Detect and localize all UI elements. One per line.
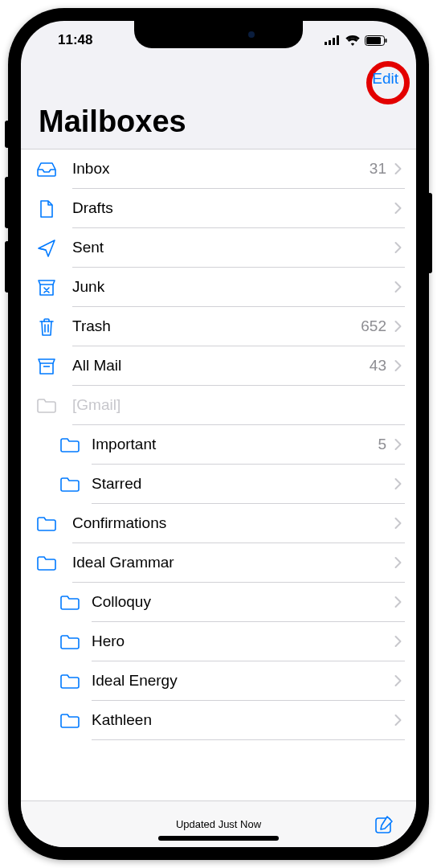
mailbox-count: 31 <box>370 160 386 178</box>
mailbox-row-content: Kathleen <box>92 701 405 740</box>
folder-icon <box>48 674 92 690</box>
chevron-right-icon <box>394 162 402 175</box>
wifi-icon <box>345 35 360 46</box>
mailbox-row-content: Starred <box>92 465 405 504</box>
mailbox-row-ideal-energy[interactable]: Ideal Energy <box>21 661 416 701</box>
folder-icon <box>48 477 92 493</box>
mailbox-row-confirmations[interactable]: Confirmations <box>21 504 416 543</box>
mailbox-row-content: Inbox31 <box>72 149 405 189</box>
mailbox-row-ideal-grammar[interactable]: Ideal Grammar <box>21 543 416 583</box>
mailbox-label: Starred <box>92 475 141 493</box>
chevron-right-icon <box>394 320 402 333</box>
mailbox-row-all-mail[interactable]: All Mail43 <box>21 346 416 386</box>
mailbox-label: Drafts <box>72 199 113 217</box>
chevron-right-icon <box>394 674 402 687</box>
mailbox-row-right <box>394 635 402 648</box>
drafts-icon <box>21 199 72 219</box>
edit-button[interactable]: Edit <box>372 70 398 88</box>
chevron-right-icon <box>394 438 402 451</box>
mailbox-label: Confirmations <box>72 514 166 532</box>
mailbox-label: Ideal Grammar <box>72 554 174 571</box>
mailbox-label: Inbox <box>72 160 109 178</box>
mailbox-row-junk[interactable]: Junk <box>21 268 416 307</box>
chevron-right-icon <box>394 596 402 608</box>
mailbox-label: Kathleen <box>92 711 152 729</box>
svg-rect-0 <box>325 42 327 45</box>
chevron-right-icon <box>394 241 402 254</box>
mailbox-count: 652 <box>361 317 386 335</box>
chevron-right-icon <box>394 635 402 648</box>
mailbox-row-starred[interactable]: Starred <box>21 465 416 504</box>
mailbox-label: Trash <box>72 317 111 335</box>
mailbox-row-content: Hero <box>92 622 405 661</box>
folder-icon <box>48 634 92 650</box>
mailbox-list: Inbox31DraftsSentJunkTrash652All Mail43[… <box>21 149 416 800</box>
mailbox-row-drafts[interactable]: Drafts <box>21 189 416 228</box>
chevron-right-icon <box>394 517 402 530</box>
mailbox-row-content: Colloquy <box>92 583 405 622</box>
mailbox-row-important[interactable]: Important5 <box>21 425 416 465</box>
folder-icon <box>48 437 92 453</box>
compose-button[interactable] <box>373 813 395 836</box>
mailbox-row-content: Confirmations <box>72 504 405 543</box>
chevron-right-icon <box>394 280 402 293</box>
mailbox-row-right: 5 <box>378 436 402 453</box>
mailbox-label: Important <box>92 436 156 453</box>
folder-icon <box>21 555 72 571</box>
mailbox-count: 43 <box>370 357 386 375</box>
updated-status: Updated Just Now <box>176 818 261 830</box>
mailbox-label: Sent <box>72 239 104 256</box>
chevron-right-icon <box>394 714 402 727</box>
mailbox-row-right <box>394 241 402 254</box>
folder-muted-icon <box>21 398 72 414</box>
mailbox-row-sent[interactable]: Sent <box>21 228 416 268</box>
svg-rect-5 <box>366 37 381 44</box>
phone-screen: 11:48 Edit Mailboxes Inbox31DraftsSentJu… <box>21 21 416 847</box>
notch <box>134 21 303 48</box>
svg-rect-1 <box>329 40 331 45</box>
mailbox-row-content: Trash652 <box>72 307 405 346</box>
mailbox-row-trash[interactable]: Trash652 <box>21 307 416 346</box>
mailbox-row-right <box>394 280 402 293</box>
folder-icon <box>48 595 92 611</box>
mailbox-row-hero[interactable]: Hero <box>21 622 416 661</box>
mailbox-row-content: [Gmail] <box>72 386 405 425</box>
mailbox-label: Ideal Energy <box>92 672 178 690</box>
chevron-right-icon <box>394 556 402 569</box>
mailbox-row-right: 652 <box>361 317 402 335</box>
chevron-right-icon <box>394 477 402 490</box>
mailbox-row-content: Important5 <box>92 425 405 465</box>
sent-icon <box>21 239 72 258</box>
chevron-right-icon <box>394 202 402 215</box>
allmail-icon <box>21 358 72 375</box>
mailbox-row-content: Drafts <box>72 189 405 228</box>
mailbox-row-kathleen[interactable]: Kathleen <box>21 701 416 740</box>
mailbox-label: [Gmail] <box>72 396 120 414</box>
junk-icon <box>21 279 72 297</box>
folder-icon <box>48 713 92 729</box>
mailbox-row-right <box>394 674 402 687</box>
svg-rect-2 <box>333 38 335 45</box>
mailbox-row-right <box>394 517 402 530</box>
home-indicator <box>158 836 279 841</box>
mute-switch <box>5 121 10 148</box>
folder-icon <box>21 516 72 532</box>
mailbox-row-right <box>394 202 402 215</box>
mailbox-row-right <box>394 596 402 608</box>
mailbox-row-content: All Mail43 <box>72 346 405 386</box>
phone-frame: 11:48 Edit Mailboxes Inbox31DraftsSentJu… <box>8 8 429 860</box>
svg-rect-6 <box>386 39 387 43</box>
page-title: Mailboxes <box>21 98 416 149</box>
inbox-icon <box>21 162 72 178</box>
compose-icon <box>373 813 395 836</box>
mailbox-row-right <box>394 477 402 490</box>
mailbox-row-right <box>394 714 402 727</box>
mailbox-row-inbox[interactable]: Inbox31 <box>21 149 416 189</box>
mailbox-row-colloquy[interactable]: Colloquy <box>21 583 416 622</box>
mailbox-row-content: Ideal Grammar <box>72 543 405 583</box>
battery-icon <box>365 35 387 46</box>
svg-rect-3 <box>337 35 339 45</box>
volume-down-button <box>5 241 10 293</box>
mailbox-row-content: Junk <box>72 268 405 307</box>
mailbox-label: Junk <box>72 278 104 296</box>
